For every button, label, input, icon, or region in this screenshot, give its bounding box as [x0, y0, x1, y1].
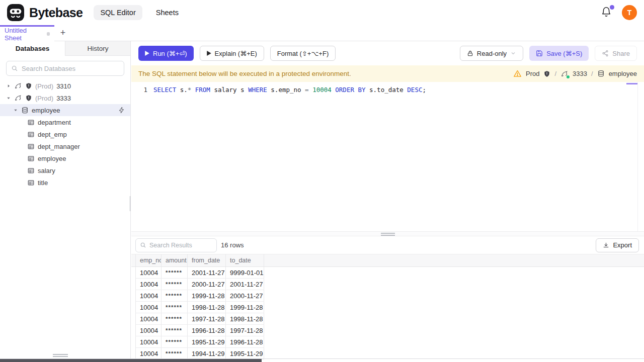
result-cell[interactable]: ****** [162, 279, 188, 290]
result-cell[interactable]: 10004 [135, 348, 162, 359]
result-cell[interactable]: 1998-11-28 [226, 313, 264, 325]
chevron-down-icon [510, 50, 516, 56]
column-header[interactable]: amount [162, 254, 188, 266]
nav-sheets[interactable]: Sheets [149, 5, 185, 20]
result-cell[interactable]: 10004 [135, 290, 162, 302]
readonly-mode-select[interactable]: Read-only [460, 46, 523, 61]
results-search[interactable] [135, 238, 217, 252]
result-cell[interactable]: 10004 [135, 302, 162, 313]
avatar[interactable]: T [622, 5, 637, 20]
result-cell[interactable]: 2000-11-27 [188, 279, 226, 290]
result-row[interactable]: 10004******1995-11-291996-11-28 [131, 336, 644, 348]
instance-env-label: (Prod) [35, 82, 53, 90]
result-row[interactable]: 10004******1997-11-281998-11-28 [131, 313, 644, 325]
results-search-input[interactable] [149, 242, 212, 249]
result-cell[interactable]: ****** [162, 313, 188, 325]
result-cell[interactable]: 1996-11-28 [188, 325, 226, 336]
table-name-label: department [38, 119, 71, 126]
sql-code: SELECT s.* FROM salary s WHERE s.emp_no … [153, 86, 426, 94]
result-cell[interactable]: 1995-11-29 [188, 336, 226, 348]
result-cell[interactable]: 10004 [135, 267, 162, 279]
search-icon [140, 242, 146, 248]
sidebar-table-item[interactable]: title [0, 176, 130, 189]
result-cell[interactable]: 1999-11-28 [226, 302, 264, 313]
warning-icon [513, 69, 522, 78]
result-cell[interactable]: 1999-11-28 [188, 290, 226, 302]
results-table-body: 10004******2001-11-279999-01-0110004****… [131, 267, 644, 359]
tab-history[interactable]: History [65, 41, 130, 56]
sidebar-table-item[interactable]: dept_emp [0, 128, 130, 140]
sidebar-table-item[interactable]: employee [0, 152, 130, 164]
line-number: 1 [131, 86, 147, 94]
explain-button[interactable]: Explain (⌘+E) [200, 46, 264, 61]
result-cell[interactable]: ****** [162, 325, 188, 336]
save-button[interactable]: Save (⌘+S) [529, 46, 589, 61]
column-header[interactable]: to_date [226, 254, 264, 266]
share-button[interactable]: Share [595, 46, 637, 61]
sidebar-table-item[interactable]: dept_manager [0, 140, 130, 152]
result-row[interactable]: 10004******1998-11-281999-11-28 [131, 302, 644, 313]
nav-sql-editor[interactable]: SQL Editor [94, 5, 142, 20]
table-name-label: dept_emp [38, 131, 67, 138]
format-button[interactable]: Format (⇧+⌥+F) [270, 46, 336, 61]
lightning-icon[interactable] [118, 107, 125, 114]
result-row[interactable]: 10004******1996-11-281997-11-28 [131, 325, 644, 336]
result-cell[interactable]: 1996-11-28 [226, 336, 264, 348]
notifications-button[interactable] [601, 7, 613, 19]
result-cell[interactable]: 2001-11-27 [226, 279, 264, 290]
instance-label[interactable]: 3333 [573, 70, 587, 77]
result-cell[interactable]: 10004 [135, 313, 162, 325]
result-row[interactable]: 10004******1999-11-282000-11-27 [131, 290, 644, 302]
tab-untitled-sheet[interactable]: Untitled Sheet [0, 25, 54, 41]
result-cell[interactable]: 9999-01-01 [226, 267, 264, 279]
table-icon [27, 155, 35, 162]
database-label[interactable]: employee [609, 70, 637, 77]
search-icon [11, 65, 18, 72]
cursor-line-mark [626, 83, 637, 84]
add-sheet-button[interactable]: + [54, 25, 71, 41]
sql-editor[interactable]: 1 SELECT s.* FROM salary s WHERE s.emp_n… [131, 82, 644, 231]
results-header: 16 rows Export [131, 236, 644, 254]
table-icon [27, 119, 35, 126]
shield-icon [25, 82, 32, 89]
results-resize-handle[interactable] [131, 231, 644, 236]
result-cell[interactable]: 1997-11-28 [188, 313, 226, 325]
database-search[interactable] [6, 61, 124, 76]
database-tree: (Prod) 3310 (Prod) 3333 [0, 80, 130, 189]
save-icon [536, 50, 543, 57]
result-cell[interactable]: 2000-11-27 [226, 290, 264, 302]
result-row[interactable]: 10004******2000-11-272001-11-27 [131, 279, 644, 290]
result-cell[interactable]: 1997-11-28 [226, 325, 264, 336]
main-panel: Run (⌘+⏎) Explain (⌘+E) Format (⇧+⌥+F) R… [131, 41, 644, 362]
table-icon [27, 131, 35, 138]
result-row[interactable]: 10004******2001-11-279999-01-01 [131, 267, 644, 279]
result-cell[interactable]: ****** [162, 336, 188, 348]
sidebar-table-item[interactable]: salary [0, 164, 130, 176]
tab-databases[interactable]: Databases [0, 41, 65, 56]
result-cell[interactable]: ****** [162, 348, 188, 359]
env-label[interactable]: Prod [526, 70, 539, 77]
export-button[interactable]: Export [596, 238, 639, 252]
result-cell[interactable]: 10004 [135, 279, 162, 290]
result-row[interactable]: 10004******1994-11-291995-11-29 [131, 348, 644, 359]
tree-instance-3333[interactable]: (Prod) 3333 [0, 92, 130, 104]
column-header[interactable]: from_date [188, 254, 226, 266]
database-search-input[interactable] [22, 65, 119, 72]
result-cell[interactable]: 1995-11-29 [226, 348, 264, 359]
mysql-icon [560, 70, 569, 78]
result-cell[interactable]: 2001-11-27 [188, 267, 226, 279]
run-button[interactable]: Run (⌘+⏎) [138, 46, 194, 61]
result-cell[interactable]: 1998-11-28 [188, 302, 226, 313]
caret-down-icon [13, 108, 18, 113]
result-cell[interactable]: ****** [162, 290, 188, 302]
result-cell[interactable]: ****** [162, 302, 188, 313]
result-cell[interactable]: 10004 [135, 325, 162, 336]
tree-instance-3310[interactable]: (Prod) 3310 [0, 80, 130, 92]
result-cell[interactable]: 1994-11-29 [188, 348, 226, 359]
tree-database-employee[interactable]: employee [0, 104, 130, 116]
result-cell[interactable]: ****** [162, 267, 188, 279]
sidebar-bottom-handle[interactable] [53, 354, 68, 358]
result-cell[interactable]: 10004 [135, 336, 162, 348]
sidebar-table-item[interactable]: department [0, 116, 130, 128]
column-header[interactable]: emp_no [135, 254, 162, 266]
